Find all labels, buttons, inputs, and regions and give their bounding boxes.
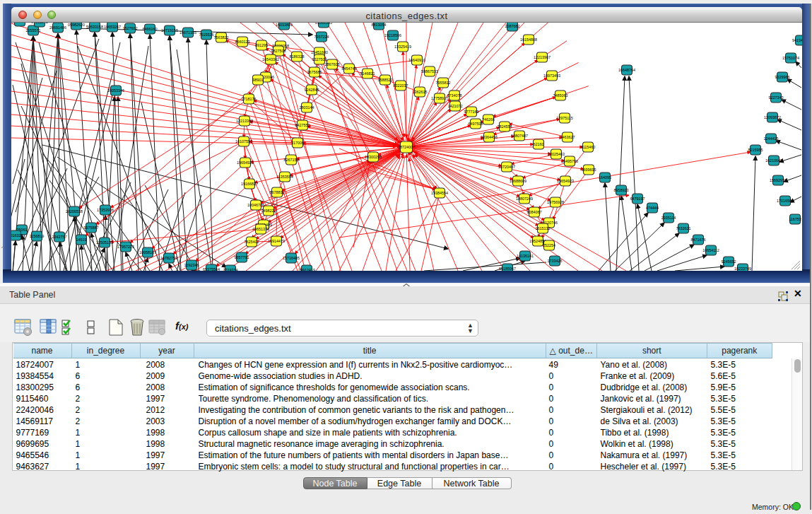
svg-text:7357224: 7357224 bbox=[314, 35, 329, 39]
svg-text:20206538: 20206538 bbox=[66, 209, 83, 214]
svg-text:94134352: 94134352 bbox=[792, 38, 802, 42]
svg-text:16671355: 16671355 bbox=[180, 30, 196, 35]
svg-text:9146821: 9146821 bbox=[360, 71, 375, 76]
svg-text:3675685: 3675685 bbox=[307, 70, 322, 74]
svg-text:16782759: 16782759 bbox=[160, 256, 177, 260]
svg-text:1615132: 1615132 bbox=[536, 226, 551, 230]
svg-text:9115460: 9115460 bbox=[581, 145, 596, 149]
svg-text:65375564: 65375564 bbox=[203, 267, 220, 271]
svg-text:16154808: 16154808 bbox=[520, 37, 537, 42]
svg-text:1362615: 1362615 bbox=[413, 90, 428, 94]
svg-text:8322037: 8322037 bbox=[394, 83, 408, 88]
svg-text:62160: 62160 bbox=[534, 142, 544, 146]
svg-text:1092346: 1092346 bbox=[184, 263, 199, 267]
svg-text:17353936: 17353936 bbox=[97, 208, 114, 212]
svg-text:17957225: 17957225 bbox=[117, 245, 134, 249]
svg-text:2087682: 2087682 bbox=[505, 24, 520, 28]
svg-text:10958107: 10958107 bbox=[139, 250, 156, 255]
svg-text:7515526: 7515526 bbox=[199, 33, 214, 37]
svg-text:2718176: 2718176 bbox=[242, 97, 257, 101]
svg-text:8267150: 8267150 bbox=[284, 158, 299, 162]
svg-text:8471676: 8471676 bbox=[691, 238, 706, 242]
svg-text:9699695: 9699695 bbox=[582, 168, 596, 172]
svg-text:12213967: 12213967 bbox=[534, 55, 551, 59]
svg-text:19756928: 19756928 bbox=[547, 200, 564, 204]
svg-text:15751074: 15751074 bbox=[782, 56, 799, 60]
svg-text:98901: 98901 bbox=[253, 78, 264, 82]
svg-text:116753: 116753 bbox=[789, 217, 801, 221]
svg-text:2016328: 2016328 bbox=[11, 233, 23, 238]
svg-text:16495796: 16495796 bbox=[561, 159, 578, 163]
svg-text:17016504: 17016504 bbox=[777, 199, 794, 203]
svg-text:8427552: 8427552 bbox=[295, 123, 310, 127]
svg-text:49651370: 49651370 bbox=[252, 227, 269, 231]
svg-text:15716485: 15716485 bbox=[283, 256, 300, 260]
svg-text:16914479: 16914479 bbox=[268, 239, 285, 243]
svg-text:18807249: 18807249 bbox=[516, 197, 533, 201]
svg-text:17758917: 17758917 bbox=[431, 96, 448, 100]
svg-text:10807487: 10807487 bbox=[511, 134, 528, 138]
svg-text:18300295: 18300295 bbox=[365, 155, 382, 159]
svg-text:16033809: 16033809 bbox=[276, 23, 293, 27]
svg-text:2803144: 2803144 bbox=[300, 105, 314, 110]
svg-text:12975115: 12975115 bbox=[556, 116, 573, 120]
svg-text:15692971: 15692971 bbox=[770, 178, 787, 182]
svg-text:8454749: 8454749 bbox=[342, 66, 357, 71]
svg-text:19166827: 19166827 bbox=[241, 182, 258, 186]
svg-text:1156819: 1156819 bbox=[30, 234, 45, 238]
svg-text:9657791: 9657791 bbox=[235, 255, 249, 259]
svg-text:2719374: 2719374 bbox=[223, 268, 238, 271]
svg-text:8215955: 8215955 bbox=[748, 148, 763, 152]
svg-text:10046786: 10046786 bbox=[247, 203, 264, 207]
svg-text:18233749: 18233749 bbox=[734, 267, 751, 271]
svg-text:6734078: 6734078 bbox=[447, 93, 462, 98]
svg-text:7485063: 7485063 bbox=[553, 93, 568, 98]
svg-text:10025463: 10025463 bbox=[548, 152, 565, 156]
svg-text:14519: 14519 bbox=[76, 238, 87, 242]
svg-text:3498222: 3498222 bbox=[261, 209, 276, 213]
svg-text:58867533: 58867533 bbox=[421, 69, 438, 74]
svg-text:1421072: 1421072 bbox=[448, 104, 463, 108]
svg-text:19384554: 19384554 bbox=[431, 191, 448, 195]
svg-text:20053346: 20053346 bbox=[107, 88, 124, 93]
svg-text:1733426: 1733426 bbox=[548, 259, 563, 263]
svg-text:05982620: 05982620 bbox=[68, 23, 85, 27]
svg-text:2342757: 2342757 bbox=[52, 235, 67, 239]
svg-text:6479197: 6479197 bbox=[630, 197, 645, 201]
svg-text:3824554: 3824554 bbox=[498, 124, 512, 129]
svg-text:6497508: 6497508 bbox=[469, 122, 483, 126]
svg-text:1244415: 1244415 bbox=[764, 136, 779, 141]
svg-text:14136141: 14136141 bbox=[517, 254, 534, 258]
svg-text:10653267: 10653267 bbox=[104, 25, 121, 29]
svg-text:252254: 252254 bbox=[543, 243, 555, 247]
svg-text:9327506: 9327506 bbox=[312, 57, 327, 62]
svg-text:19654925: 19654925 bbox=[237, 160, 254, 165]
svg-text:474444: 474444 bbox=[646, 206, 659, 210]
svg-text:19654923: 19654923 bbox=[557, 179, 574, 183]
svg-text:891295: 891295 bbox=[255, 43, 268, 47]
svg-text:2867608: 2867608 bbox=[325, 62, 340, 66]
svg-text:15720407: 15720407 bbox=[498, 165, 515, 169]
svg-text:20691406: 20691406 bbox=[49, 25, 66, 30]
svg-text:7955812: 7955812 bbox=[436, 81, 451, 85]
svg-text:6466160: 6466160 bbox=[143, 27, 158, 31]
svg-text:10973493: 10973493 bbox=[543, 74, 560, 78]
svg-text:9975887: 9975887 bbox=[84, 226, 99, 230]
svg-text:1527602: 1527602 bbox=[123, 26, 138, 30]
svg-text:1824493: 1824493 bbox=[13, 23, 28, 23]
svg-text:7625402: 7625402 bbox=[245, 240, 259, 244]
svg-text:29912419: 29912419 bbox=[298, 268, 315, 271]
svg-text:9084067: 9084067 bbox=[527, 210, 542, 214]
svg-text:8813054: 8813054 bbox=[372, 23, 387, 27]
svg-text:10719155: 10719155 bbox=[161, 28, 178, 33]
svg-text:164095: 164095 bbox=[599, 175, 611, 180]
svg-text:7632621: 7632621 bbox=[676, 226, 691, 230]
svg-text:8958923: 8958923 bbox=[614, 188, 629, 192]
svg-text:8660123: 8660123 bbox=[235, 40, 250, 44]
svg-text:13325419: 13325419 bbox=[394, 45, 411, 49]
svg-text:9827506: 9827506 bbox=[271, 49, 286, 53]
svg-text:18724007: 18724007 bbox=[398, 145, 415, 149]
svg-text:10654112: 10654112 bbox=[702, 248, 719, 252]
svg-text:9245652: 9245652 bbox=[722, 259, 736, 264]
svg-text:9463627: 9463627 bbox=[560, 135, 575, 139]
